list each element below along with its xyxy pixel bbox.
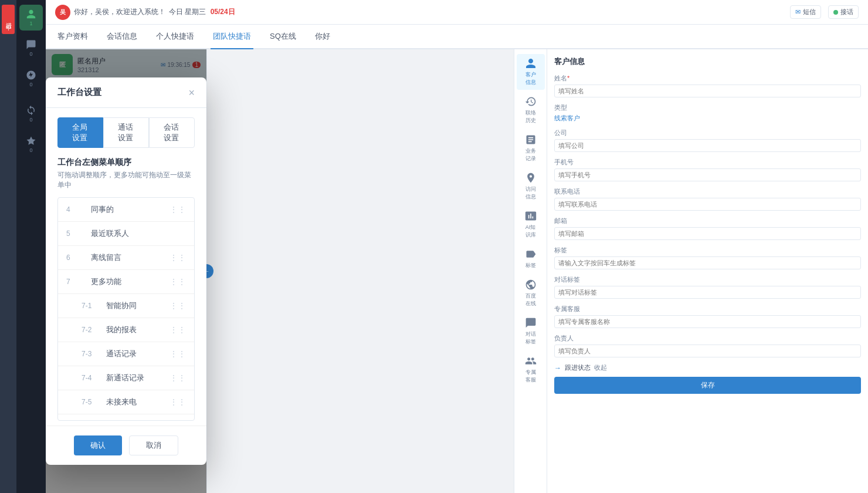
input-name[interactable] — [554, 85, 861, 97]
right-icon-visit[interactable]: 访问 信息 — [517, 168, 545, 204]
greeting-area: 吴 你好，吴侯，欢迎进入系统！ 今日 星期三 05/24日 — [55, 5, 783, 20]
right-icon-label-visit: 访问 信息 — [525, 185, 536, 201]
collapse-label[interactable]: 收起 — [594, 363, 607, 372]
right-icon-dialog-tag[interactable]: 对话 标签 — [517, 313, 545, 349]
dialog-tab-call[interactable]: 通话设置 — [103, 117, 149, 148]
tab-hello[interactable]: 你好 — [313, 25, 333, 49]
sidebar-badge-0b: 0 — [29, 82, 32, 87]
field-tags: 标签 — [554, 246, 861, 269]
tab-personal[interactable]: 个人快捷语 — [154, 25, 196, 49]
drag-handle-3[interactable]: ⋮⋮ — [169, 277, 186, 286]
right-icon-exclusive[interactable]: 专属 客服 — [517, 352, 545, 387]
field-tel: 联系电话 — [554, 187, 861, 211]
input-tags[interactable] — [554, 256, 861, 269]
menu-num-8: 7-5 — [82, 398, 99, 406]
menu-label-8: 未接来电 — [106, 397, 162, 407]
select-type[interactable]: 线索客户 — [554, 114, 861, 123]
sidebar-item-0a[interactable]: 0 — [19, 35, 43, 61]
tab-team[interactable]: 团队快捷语 — [211, 25, 253, 49]
menu-item-9: 7-6 新未接来电 ⋮⋮ — [58, 414, 194, 421]
menu-num-6: 7-3 — [82, 350, 99, 358]
field-phone: 手机号 — [554, 158, 861, 181]
dialog-tab-global[interactable]: 全局设置 — [57, 117, 103, 148]
status-label: 进行中 — [2, 5, 15, 34]
answer-button[interactable]: 接话 — [828, 5, 859, 19]
drag-handle-5[interactable]: ⋮⋮ — [169, 325, 186, 335]
input-owner[interactable] — [554, 345, 861, 357]
field-type: 类型 线索客户 — [554, 103, 861, 123]
input-company[interactable] — [554, 139, 861, 152]
right-icon-label-exclusive: 专属 客服 — [525, 369, 536, 384]
top-icons: ✉ 短信 接话 — [790, 5, 859, 19]
input-email[interactable] — [554, 227, 861, 240]
nav-tabs: 客户资料 会话信息 个人快捷语 团队快捷语 SQ在线 你好 — [46, 25, 868, 49]
label-email: 邮箱 — [554, 217, 861, 225]
drag-handle-4[interactable]: ⋮⋮ — [169, 301, 186, 310]
menu-label-2: 离线留言 — [91, 252, 162, 263]
center-area — [207, 49, 514, 493]
dialog-tabs: 全局设置 通话设置 会话设置 — [46, 108, 206, 148]
tab-customer[interactable]: 客户资料 — [55, 25, 90, 49]
menu-item-5: 7-2 我的报表 ⋮⋮ — [58, 318, 194, 342]
input-dialog-tags[interactable] — [554, 286, 861, 299]
dialog-section-desc: 可拖动调整顺序，更多功能可拖动至一级菜单中 — [57, 170, 195, 190]
field-exclusive-service: 专属客服 — [554, 305, 861, 328]
right-icon-label-customer: 客户 信息 — [525, 71, 536, 86]
menu-num-0: 4 — [66, 205, 84, 214]
greeting-text: 你好，吴侯，欢迎进入系统！ — [74, 7, 165, 17]
menu-item-8: 7-5 未接来电 ⋮⋮ — [58, 390, 194, 414]
panel-area: 匿 匿名用户 321312 ✉ 19:36:15 1 ← ⊕添加团队快捷语 你好… — [46, 49, 868, 493]
right-icon-label-baidu: 百度 在线 — [525, 292, 536, 308]
label-owner: 负责人 — [554, 334, 861, 343]
label-phone: 手机号 — [554, 158, 861, 167]
follow-status-label: 跟进状态 — [565, 363, 591, 372]
input-phone[interactable] — [554, 168, 861, 181]
right-icon-history[interactable]: 联络 历史 — [517, 92, 545, 128]
menu-label-7: 新通话记录 — [106, 373, 162, 383]
right-icon-bar: 客户 信息 联络 历史 业务 记录 访问 信息 AI知 识库 标签 — [514, 49, 547, 493]
label-tags: 标签 — [554, 246, 861, 255]
user-list-panel: 匿 匿名用户 321312 ✉ 19:36:15 1 ← ⊕添加团队快捷语 你好… — [46, 49, 207, 493]
tab-sq[interactable]: SQ在线 — [267, 25, 299, 49]
save-button[interactable]: 保存 — [554, 377, 861, 394]
dialog-overlay: 工作台设置 × 全局设置 通话设置 会话设置 工作台左侧菜单顺序 可拖动调整顺序… — [46, 49, 206, 493]
nav-sidebar: 1 0 0 0 0 — [16, 0, 46, 493]
menu-label-5: 我的报表 — [106, 325, 162, 335]
input-tel[interactable] — [554, 198, 861, 211]
drag-handle-6[interactable]: ⋮⋮ — [169, 349, 186, 359]
sms-button[interactable]: ✉ 短信 — [790, 5, 821, 19]
user-avatar-top: 吴 — [55, 5, 70, 20]
sidebar-badge-refresh: 0 — [29, 117, 32, 123]
menu-label-3: 更多功能 — [91, 276, 162, 287]
dialog-footer: 确认 取消 — [46, 426, 206, 465]
right-icon-label-business: 业务 记录 — [525, 147, 536, 163]
field-owner: 负责人 — [554, 334, 861, 357]
right-icon-customer[interactable]: 客户 信息 — [517, 54, 545, 90]
drag-handle-7[interactable]: ⋮⋮ — [169, 373, 186, 383]
right-icon-label-tag[interactable]: 标签 — [517, 245, 545, 273]
drag-handle-8[interactable]: ⋮⋮ — [169, 397, 186, 407]
field-company: 公司 — [554, 129, 861, 152]
sidebar-item-label: 1 — [29, 21, 32, 26]
confirm-button[interactable]: 确认 — [74, 435, 122, 455]
tab-session[interactable]: 会话信息 — [104, 25, 140, 49]
sidebar-item-refresh[interactable]: 0 — [19, 101, 43, 127]
dialog-header: 工作台设置 × — [46, 77, 206, 108]
sidebar-item-customer[interactable]: 1 — [19, 5, 43, 31]
sidebar-item-0c[interactable]: 0 — [19, 131, 43, 157]
input-exclusive-service[interactable] — [554, 315, 861, 328]
required-mark: * — [567, 75, 569, 82]
status-sidebar: 进行中 — [0, 0, 16, 493]
dialog-close-button[interactable]: × — [188, 87, 195, 98]
cancel-button[interactable]: 取消 — [129, 435, 178, 455]
label-tel: 联系电话 — [554, 187, 861, 196]
drag-handle-2[interactable]: ⋮⋮ — [169, 253, 186, 262]
right-icon-label-history: 联络 历史 — [525, 109, 536, 124]
drag-handle-0[interactable]: ⋮⋮ — [169, 205, 186, 214]
menu-label-1: 最近联系人 — [91, 228, 186, 239]
right-icon-baidu[interactable]: 百度 在线 — [517, 275, 545, 311]
right-icon-ai[interactable]: AI知 识库 — [517, 207, 545, 242]
sidebar-item-0b[interactable]: 0 — [19, 66, 43, 92]
right-icon-business[interactable]: 业务 记录 — [517, 130, 545, 166]
dialog-tab-session[interactable]: 会话设置 — [149, 117, 195, 148]
